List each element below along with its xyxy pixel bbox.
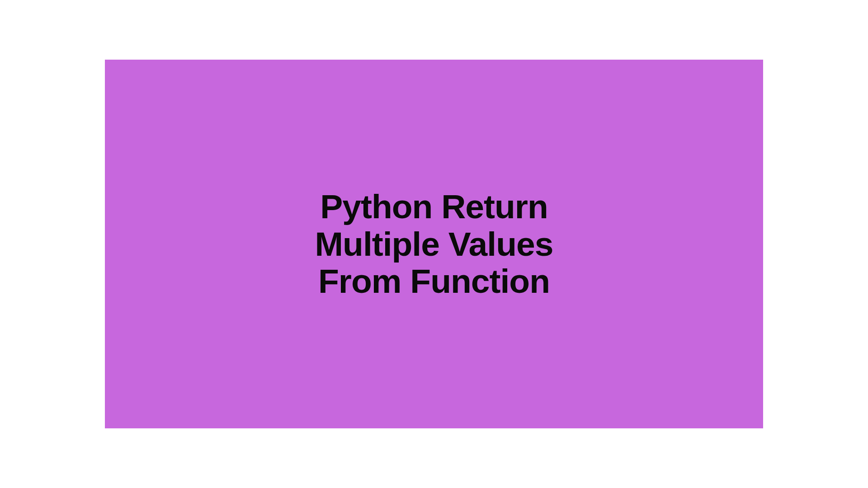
title-line-3: From Function — [318, 262, 550, 300]
banner-container: Python Return Multiple Values From Funct… — [105, 60, 763, 428]
title-line-2: Multiple Values — [315, 225, 553, 263]
banner-title: Python Return Multiple Values From Funct… — [315, 188, 553, 300]
title-line-1: Python Return — [320, 188, 548, 225]
